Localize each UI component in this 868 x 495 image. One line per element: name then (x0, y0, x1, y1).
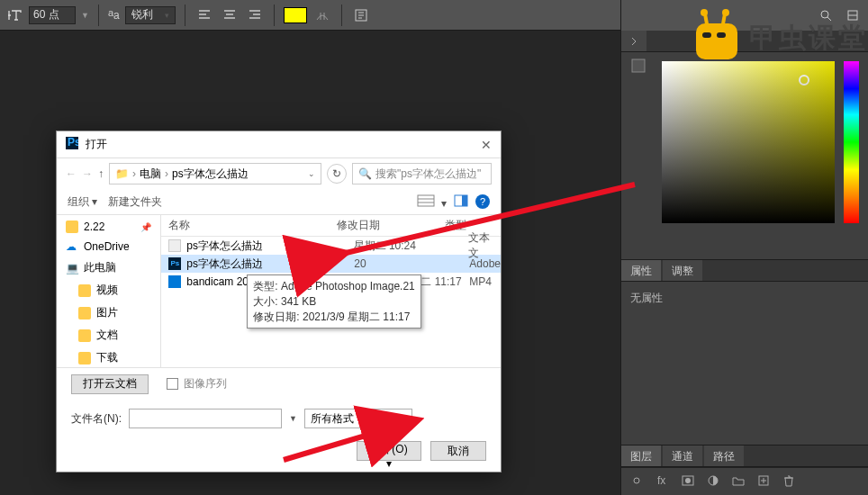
file-tooltip: 类型: Adobe Photoshop Image.21 大小: 341 KB … (247, 274, 420, 328)
file-type: 文本文 (468, 230, 501, 261)
new-folder-button[interactable]: 新建文件夹 (108, 194, 162, 210)
nav-item[interactable]: 图片 (57, 302, 160, 324)
column-modified[interactable]: 修改日期 (337, 218, 445, 233)
refresh-button[interactable]: ↻ (327, 164, 347, 184)
breadcrumb[interactable]: 📁 › 电脑 › ps字体怎么描边 ⌄ (109, 163, 321, 184)
adjustment-icon[interactable] (706, 473, 722, 490)
search-icon[interactable] (816, 5, 836, 25)
text-tool-icon[interactable] (5, 6, 23, 24)
tab-channels[interactable]: 通道 (663, 446, 702, 466)
file-name: ps字体怎么描边 (186, 238, 348, 254)
chevron-down-icon[interactable]: ⌄ (308, 169, 315, 178)
nav-item[interactable]: ☁OneDrive (57, 237, 160, 256)
path-seg[interactable]: 电脑 (140, 166, 161, 182)
folder-icon (78, 352, 91, 364)
cancel-button[interactable]: 取消 (430, 441, 486, 461)
column-name[interactable]: 名称 (161, 218, 337, 233)
tab-layers[interactable]: 图层 (621, 446, 661, 466)
tab-paths[interactable]: 路径 (704, 446, 744, 466)
warp-text-button[interactable] (312, 5, 332, 25)
nav-item[interactable]: 下载 (57, 346, 160, 367)
workspace-icon[interactable] (843, 5, 863, 25)
folder-icon (78, 307, 91, 320)
anti-alias-dropdown[interactable]: 锐利 (125, 6, 176, 24)
properties-body: 无属性 (621, 282, 868, 315)
text-color-swatch[interactable] (284, 7, 307, 23)
folder-icon (66, 220, 78, 233)
align-right-button[interactable] (245, 5, 265, 25)
fx-icon[interactable]: fx (656, 473, 672, 490)
file-row[interactable]: ps字体怎么描边星期二 10:24文本文 (161, 237, 501, 255)
file-type: MP4 (469, 275, 492, 288)
nav-label: 文档 (96, 328, 118, 343)
nav-item[interactable]: 视频 (57, 279, 160, 302)
character-panel-button[interactable] (351, 5, 371, 25)
close-icon[interactable]: ✕ (481, 138, 492, 152)
forward-button[interactable]: → (82, 167, 93, 180)
mask-icon[interactable] (681, 473, 697, 490)
up-button[interactable]: ↑ (98, 167, 104, 180)
pin-icon: 📌 (140, 222, 151, 232)
file-date: 星期二 10:24 (354, 238, 464, 254)
file-icon (168, 275, 181, 288)
nav-label: 2.22 (84, 220, 104, 233)
folder-icon: 📁 (115, 167, 129, 180)
align-left-button[interactable] (194, 5, 214, 25)
nav-pane: 2.22📌☁OneDrive💻此电脑视频图片文档下载音乐 (57, 215, 161, 367)
organize-button[interactable]: 组织 ▾ (68, 194, 97, 210)
search-icon: 🔍 (358, 167, 372, 180)
svg-point-6 (685, 478, 691, 483)
new-layer-icon[interactable] (756, 473, 773, 490)
nav-item[interactable]: 2.22📌 (57, 217, 160, 237)
image-sequence-checkbox[interactable]: 图像序列 (167, 376, 227, 392)
eyedropper-icon[interactable] (630, 58, 648, 76)
color-field[interactable] (662, 61, 835, 223)
nav-label: 下载 (96, 350, 118, 365)
column-headers[interactable]: 名称 修改日期 类型 (161, 215, 501, 237)
nav-item[interactable]: 💻此电脑 (57, 256, 160, 279)
cloud-icon: ☁ (66, 240, 78, 253)
file-open-dialog: Ps 打开 ✕ ← → ↑ 📁 › 电脑 › ps字体怎么描边 ⌄ ↻ 🔍 搜索… (56, 130, 502, 472)
svg-text:Ps: Ps (68, 137, 78, 148)
folder-icon (78, 329, 91, 342)
open-cloud-button[interactable]: 打开云文档 (71, 374, 149, 394)
view-button[interactable]: ▾ (417, 194, 447, 210)
trash-icon[interactable] (782, 473, 798, 490)
folder-icon (78, 284, 91, 297)
app-icon: Ps (66, 137, 78, 152)
open-button[interactable]: 打开(O) ▾ (357, 441, 421, 461)
svg-rect-13 (462, 195, 467, 206)
font-size-input[interactable] (29, 6, 76, 24)
folder-icon[interactable] (731, 473, 747, 490)
nav-label: 此电脑 (84, 260, 116, 275)
back-button[interactable]: ← (66, 167, 77, 180)
preview-pane-button[interactable] (454, 194, 468, 210)
help-icon[interactable]: ? (475, 194, 490, 209)
link-icon[interactable] (630, 473, 646, 490)
file-name: ps字体怎么描边 (186, 256, 348, 272)
file-type-dropdown[interactable]: 所有格式 (304, 409, 412, 428)
dropdown-icon[interactable]: ▼ (81, 11, 89, 20)
filename-label: 文件名(N): (71, 411, 122, 427)
svg-rect-11 (418, 195, 434, 206)
layers-panel: 图层 通道 路径 fx (621, 445, 868, 495)
color-panel-tabs (621, 31, 868, 52)
dialog-title: 打开 (86, 137, 107, 152)
anti-alias-label: aa (108, 7, 120, 22)
nav-label: 视频 (96, 283, 118, 298)
tab-adjustments[interactable]: 调整 (663, 260, 702, 281)
properties-panel: 属性 调整 无属性 (621, 259, 868, 432)
nav-item[interactable]: 文档 (57, 324, 160, 346)
search-input[interactable]: 🔍 搜索"ps字体怎么描边" (352, 163, 492, 184)
hue-slider[interactable] (844, 61, 859, 223)
panel-tab-nav[interactable] (621, 31, 646, 51)
tab-properties[interactable]: 属性 (621, 260, 661, 281)
filename-input[interactable] (129, 409, 282, 428)
file-row[interactable]: Psps字体怎么描边20Adobe (161, 255, 501, 273)
pc-icon: 💻 (66, 262, 78, 274)
file-icon: Ps (168, 257, 181, 270)
path-seg[interactable]: ps字体怎么描边 (172, 166, 249, 182)
svg-rect-3 (632, 59, 645, 72)
svg-text:fx: fx (657, 474, 665, 487)
align-center-button[interactable] (220, 5, 240, 25)
